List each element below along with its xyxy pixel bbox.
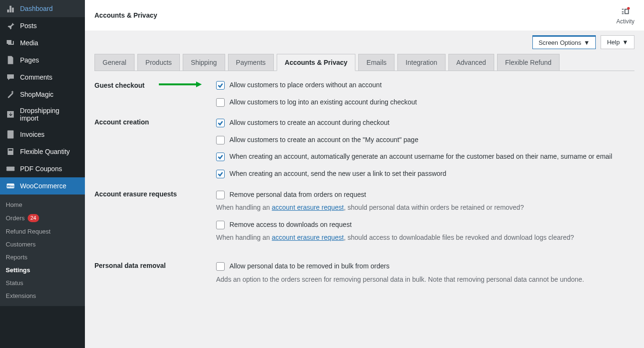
section-account-creation: Account creation Allow customers to crea…: [94, 118, 634, 178]
sidebar-item-woocommerce[interactable]: Woo WooCommerce: [0, 177, 85, 194]
sidebar-item-pdf-coupons[interactable]: PDF Coupons: [0, 160, 85, 177]
sidebar-label: Pages: [20, 56, 39, 64]
sidebar-label: Comments: [20, 73, 52, 81]
sidebar-label: Flexible Quantity: [20, 148, 70, 155]
checkbox-label: Allow customers to place orders without …: [229, 81, 382, 90]
erasure-request-link[interactable]: account erasure request: [272, 234, 344, 241]
invoice-icon: [6, 130, 15, 139]
comments-icon: [6, 72, 15, 82]
sidebar-label: WooCommerce: [20, 182, 66, 190]
checkbox-label: Allow customers to create an account on …: [229, 135, 418, 145]
sidebar-label: ShopMagic: [20, 91, 53, 98]
checkbox-label: Allow customers to log into an existing …: [229, 98, 417, 107]
tab-advanced[interactable]: Advanced: [448, 54, 494, 71]
activity-label: Activity: [616, 18, 634, 25]
submenu-reports[interactable]: Reports: [0, 251, 85, 264]
activity-icon: [620, 6, 631, 17]
checkbox-label: Allow customers to create an account dur…: [229, 118, 389, 128]
top-actions: Screen Options ▼ Help ▼: [85, 31, 644, 49]
woocommerce-submenu: Home Orders24 Refund Request Customers R…: [0, 194, 85, 306]
tab-integration[interactable]: Integration: [397, 54, 445, 71]
checkbox-guest-orders[interactable]: [216, 81, 225, 90]
svg-marker-4: [196, 82, 202, 87]
section-title: Account creation: [94, 118, 216, 126]
sidebar-item-posts[interactable]: Posts: [0, 17, 85, 34]
caret-down-icon: ▼: [584, 39, 590, 46]
sidebar-label: Dropshipping import: [20, 107, 79, 122]
checkbox-auto-username[interactable]: [216, 153, 225, 161]
pin-icon: [6, 21, 15, 31]
section-personal-data-removal: Personal data removal Allow personal dat…: [94, 262, 634, 292]
tab-products[interactable]: Products: [137, 54, 180, 71]
sidebar-label: PDF Coupons: [20, 165, 62, 173]
sidebar-item-dashboard[interactable]: Dashboard: [0, 0, 85, 17]
sidebar-item-invoices[interactable]: Invoices: [0, 126, 85, 143]
help-text: Adds an option to the orders screen for …: [216, 275, 634, 285]
help-button[interactable]: Help ▼: [601, 35, 634, 49]
checkbox-label: When creating an account, send the new u…: [229, 169, 446, 179]
submenu-orders[interactable]: Orders24: [0, 211, 85, 225]
arrow-icon: [159, 81, 202, 90]
submenu-home[interactable]: Home: [0, 198, 85, 211]
tab-flexible-refund[interactable]: Flexible Refund: [497, 54, 560, 71]
checkbox-create-myaccount[interactable]: [216, 136, 225, 144]
main-content: Accounts & Privacy Activity Screen Optio…: [85, 0, 644, 348]
screen-options-button[interactable]: Screen Options ▼: [532, 35, 596, 49]
section-title: Guest checkout: [94, 81, 216, 90]
sidebar-item-media[interactable]: Media: [0, 34, 85, 51]
magic-icon: [6, 90, 15, 99]
page-title: Accounts & Privacy: [94, 11, 157, 19]
svg-text:Woo: Woo: [7, 184, 14, 188]
sidebar-item-comments[interactable]: Comments: [0, 69, 85, 86]
sidebar-item-shopmagic[interactable]: ShopMagic: [0, 86, 85, 103]
tab-shipping[interactable]: Shipping: [183, 54, 225, 71]
submenu-customers[interactable]: Customers: [0, 238, 85, 251]
tab-general[interactable]: General: [94, 54, 135, 71]
checkbox-label: Allow personal data to be removed in bul…: [229, 262, 389, 271]
submenu-extensions[interactable]: Extensions: [0, 289, 85, 302]
checkbox-bulk-remove[interactable]: [216, 262, 225, 271]
sidebar-label: Invoices: [20, 131, 44, 138]
checkbox-remove-downloads[interactable]: [216, 221, 225, 229]
checkbox-remove-personal-data[interactable]: [216, 191, 225, 199]
calc-icon: [6, 147, 15, 156]
sidebar-label: Media: [20, 39, 38, 47]
sidebar-item-pages[interactable]: Pages: [0, 51, 85, 69]
admin-sidebar: Dashboard Posts Media Pages Comments Sho…: [0, 0, 85, 348]
tab-accounts-privacy[interactable]: Accounts & Privacy: [277, 54, 356, 71]
settings-content: General Products Shipping Payments Accou…: [85, 49, 644, 322]
submenu-settings[interactable]: Settings: [0, 264, 85, 276]
section-account-erasure: Account erasure requests Remove personal…: [94, 190, 634, 250]
checkbox-label: Remove access to downloads on request: [229, 220, 352, 230]
svg-point-2: [627, 7, 630, 10]
sidebar-label: Posts: [20, 22, 37, 30]
checkbox-label: Remove personal data from orders on requ…: [229, 190, 366, 200]
media-icon: [6, 38, 15, 48]
sidebar-label: Dashboard: [20, 5, 53, 12]
checkbox-create-during-checkout[interactable]: [216, 119, 225, 127]
checkbox-login-during-checkout[interactable]: [216, 98, 225, 107]
tab-payments[interactable]: Payments: [228, 54, 274, 71]
sidebar-item-dropshipping[interactable]: Dropshipping import: [0, 103, 85, 126]
checkbox-send-password-link[interactable]: [216, 170, 225, 178]
section-title: Personal data removal: [94, 262, 216, 269]
submenu-refund-request[interactable]: Refund Request: [0, 225, 85, 238]
help-text: When handling an account erasure request…: [216, 203, 634, 213]
topbar: Accounts & Privacy Activity: [85, 0, 644, 31]
pages-icon: [6, 55, 15, 65]
dashboard-icon: [6, 4, 15, 13]
section-title: Account erasure requests: [94, 190, 216, 198]
help-text: When handling an account erasure request…: [216, 233, 634, 243]
checkbox-label: When creating an account, automatically …: [229, 152, 612, 162]
erasure-request-link[interactable]: account erasure request: [272, 204, 344, 211]
sidebar-item-flexible-quantity[interactable]: Flexible Quantity: [0, 143, 85, 160]
orders-count-badge: 24: [28, 214, 39, 222]
coupon-icon: [6, 164, 15, 174]
tab-emails[interactable]: Emails: [358, 54, 395, 71]
submenu-status[interactable]: Status: [0, 276, 85, 289]
caret-down-icon: ▼: [622, 39, 628, 46]
section-guest-checkout: Guest checkout Allow customers to place …: [94, 81, 634, 107]
settings-tabs: General Products Shipping Payments Accou…: [94, 54, 634, 71]
activity-button[interactable]: Activity: [616, 6, 634, 25]
download-icon: [6, 110, 15, 119]
